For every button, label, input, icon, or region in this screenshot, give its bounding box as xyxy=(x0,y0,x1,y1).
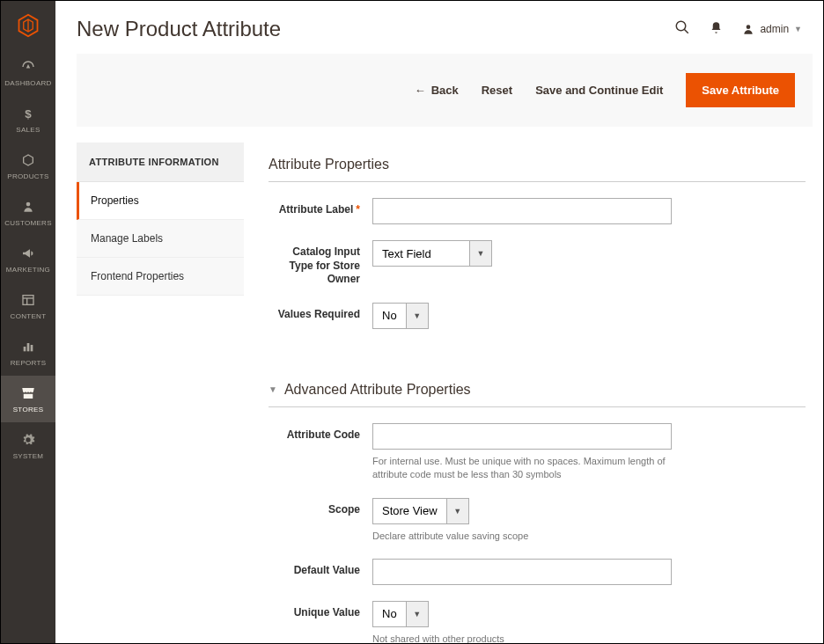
chevron-down-icon: ▼ xyxy=(269,384,277,394)
dashboard-icon xyxy=(19,58,37,76)
field-attribute-label: Attribute Label* xyxy=(269,198,806,224)
magento-logo[interactable] xyxy=(1,1,55,49)
svg-rect-5 xyxy=(24,347,26,351)
select-value: Text Field xyxy=(372,240,469,267)
person-icon xyxy=(19,198,37,216)
nav-label: PRODUCTS xyxy=(7,172,48,180)
field-label-text: Attribute Label xyxy=(279,203,354,216)
nav-customers[interactable]: CUSTOMERS xyxy=(1,189,55,236)
nav-label: SYSTEM xyxy=(13,452,44,460)
svg-rect-6 xyxy=(27,343,30,351)
field-unique-value: Unique Value No ▼ Not shared with other … xyxy=(269,601,806,643)
admin-sidebar: DASHBOARD $ SALES PRODUCTS CUSTOMERS MAR… xyxy=(1,1,55,643)
nav-system[interactable]: SYSTEM xyxy=(1,422,55,469)
arrow-left-icon: ← xyxy=(415,84,426,97)
field-label-text: Values Required xyxy=(269,303,372,329)
dollar-icon: $ xyxy=(19,105,37,122)
tab-frontend-properties[interactable]: Frontend Properties xyxy=(77,258,244,296)
nav-label: MARKETING xyxy=(6,266,50,274)
nav-label: CONTENT xyxy=(11,312,47,320)
save-attribute-button[interactable]: Save Attribute xyxy=(686,73,795,107)
nav-sales[interactable]: $ SALES xyxy=(1,96,55,143)
attribute-info-tabs: ATTRIBUTE INFORMATION Properties Manage … xyxy=(77,143,244,643)
tabs-header: ATTRIBUTE INFORMATION xyxy=(77,143,244,182)
megaphone-icon xyxy=(19,245,37,262)
save-continue-button[interactable]: Save and Continue Edit xyxy=(535,84,663,97)
chevron-down-icon: ▼ xyxy=(446,498,469,524)
top-bar: New Product Attribute admin ▼ xyxy=(55,1,823,54)
catalog-input-type-select[interactable]: Text Field ▼ xyxy=(372,240,492,267)
svg-rect-7 xyxy=(31,345,33,351)
section-title-text: Advanced Attribute Properties xyxy=(284,382,471,398)
nav-products[interactable]: PRODUCTS xyxy=(1,143,55,189)
chevron-down-icon: ▼ xyxy=(406,601,429,627)
field-attribute-code: Attribute Code For internal use. Must be… xyxy=(269,423,806,482)
field-hint: For internal use. Must be unique with no… xyxy=(372,455,672,482)
nav-reports[interactable]: REPORTS xyxy=(1,329,55,376)
select-value: No xyxy=(372,303,406,329)
svg-point-8 xyxy=(677,21,687,31)
svg-rect-2 xyxy=(23,296,33,305)
page-title: New Product Attribute xyxy=(77,17,674,41)
admin-label: admin xyxy=(760,23,789,35)
attribute-code-input[interactable] xyxy=(372,423,672,450)
unique-value-select[interactable]: No ▼ xyxy=(372,601,429,627)
field-label-text: Unique Value xyxy=(269,601,372,643)
default-value-input[interactable] xyxy=(372,559,672,585)
nav-stores[interactable]: STORES xyxy=(1,376,55,422)
svg-point-1 xyxy=(26,202,31,207)
nav-dashboard[interactable]: DASHBOARD xyxy=(1,49,55,96)
chevron-down-icon: ▼ xyxy=(469,240,492,267)
nav-marketing[interactable]: MARKETING xyxy=(1,236,55,282)
svg-point-10 xyxy=(747,25,751,29)
nav-label: SALES xyxy=(16,126,40,134)
action-bar: ← Back Reset Save and Continue Edit Save… xyxy=(77,54,813,127)
svg-line-9 xyxy=(685,29,689,33)
nav-content[interactable]: CONTENT xyxy=(1,282,55,329)
nav-label: STORES xyxy=(13,406,44,413)
field-hint: Declare attribute value saving scope xyxy=(372,530,672,543)
field-label-text: Catalog Input Type for Store Owner xyxy=(269,240,372,287)
field-default-value: Default Value xyxy=(269,559,806,585)
field-label-text: Attribute Code xyxy=(269,423,372,482)
back-button[interactable]: ← Back xyxy=(415,84,459,97)
nav-label: DASHBOARD xyxy=(4,79,51,87)
values-required-select[interactable]: No ▼ xyxy=(372,303,429,329)
layout-icon xyxy=(19,291,37,309)
field-catalog-input-type: Catalog Input Type for Store Owner Text … xyxy=(269,240,806,287)
field-scope: Scope Store View ▼ Declare attribute val… xyxy=(269,498,806,543)
admin-menu[interactable]: admin ▼ xyxy=(742,23,802,35)
attribute-label-input[interactable] xyxy=(372,198,672,224)
notifications-icon[interactable] xyxy=(710,21,723,38)
chevron-down-icon: ▼ xyxy=(794,25,802,33)
svg-text:$: $ xyxy=(25,107,32,121)
bars-icon xyxy=(19,338,37,355)
field-hint: Not shared with other products xyxy=(372,633,672,643)
field-label-text: Default Value xyxy=(269,559,372,585)
cube-icon xyxy=(19,151,37,169)
form-area: Attribute Properties Attribute Label* Ca… xyxy=(269,143,813,643)
search-icon[interactable] xyxy=(674,19,690,39)
field-label-text: Scope xyxy=(269,498,372,543)
select-value: Store View xyxy=(372,498,446,524)
field-values-required: Values Required No ▼ xyxy=(269,303,806,329)
section-advanced-properties[interactable]: ▼ Advanced Attribute Properties xyxy=(269,368,806,407)
user-icon xyxy=(742,23,754,35)
back-label: Back xyxy=(431,84,459,97)
gear-icon xyxy=(19,431,37,449)
scope-select[interactable]: Store View ▼ xyxy=(372,498,469,524)
nav-label: CUSTOMERS xyxy=(4,219,52,227)
tab-properties[interactable]: Properties xyxy=(77,182,244,220)
tab-manage-labels[interactable]: Manage Labels xyxy=(77,220,244,258)
required-mark: * xyxy=(356,203,360,216)
select-value: No xyxy=(372,601,406,627)
nav-label: REPORTS xyxy=(11,359,47,367)
reset-button[interactable]: Reset xyxy=(482,84,512,97)
store-icon xyxy=(19,384,37,402)
chevron-down-icon: ▼ xyxy=(406,303,429,329)
section-attribute-properties: Attribute Properties xyxy=(269,143,806,182)
